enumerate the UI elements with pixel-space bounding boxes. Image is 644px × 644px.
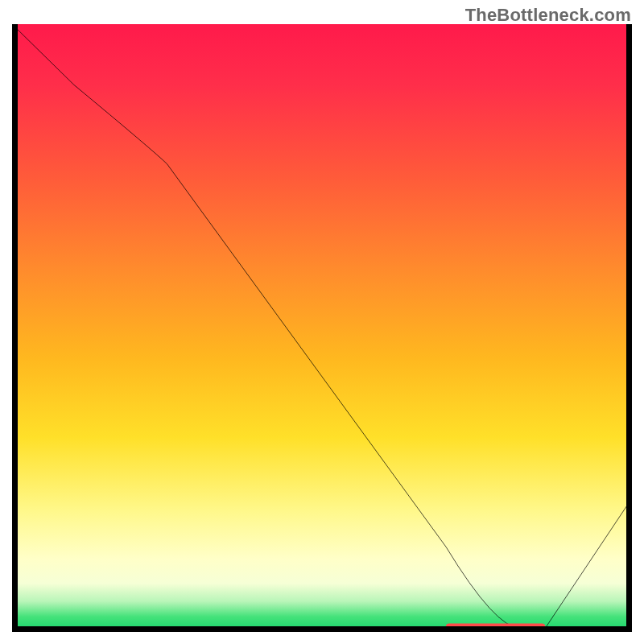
series-curve bbox=[12, 24, 632, 628]
axis-left bbox=[12, 24, 18, 632]
chart-overlay bbox=[12, 24, 632, 632]
chart-canvas: TheBottleneck.com bbox=[0, 0, 644, 644]
plot-area bbox=[12, 24, 632, 632]
axis-right bbox=[626, 24, 632, 632]
watermark-text: TheBottleneck.com bbox=[465, 5, 631, 26]
axis-bottom bbox=[12, 626, 632, 632]
